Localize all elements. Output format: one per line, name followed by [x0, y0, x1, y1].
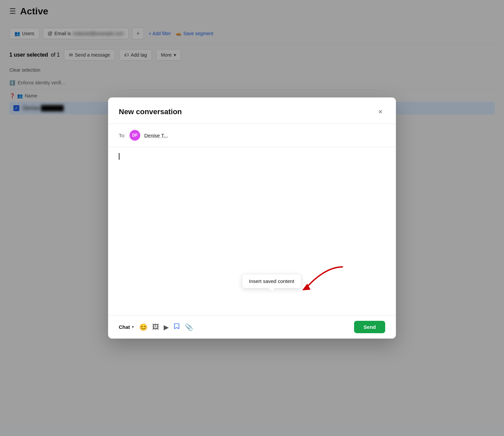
- chat-label: Chat: [119, 324, 130, 330]
- modal-title: New conversation: [119, 107, 182, 116]
- modal-header: New conversation ×: [108, 97, 396, 124]
- bookmark-icon: [173, 323, 180, 331]
- message-body[interactable]: Insert saved content: [108, 147, 396, 315]
- bookmark-button[interactable]: [173, 323, 180, 331]
- video-icon: ▶: [164, 323, 169, 331]
- attachment-icon: 📎: [185, 323, 193, 331]
- insert-saved-content-tooltip: Insert saved content: [242, 274, 301, 288]
- chat-dropdown-button[interactable]: Chat ▾: [119, 324, 134, 330]
- modal-overlay: New conversation × To: DF Denise T... In…: [0, 0, 504, 436]
- send-button[interactable]: Send: [354, 321, 385, 333]
- tooltip-container: Insert saved content: [242, 274, 301, 288]
- arrow-annotation: [296, 264, 349, 295]
- image-button[interactable]: 🖼: [152, 323, 159, 331]
- new-conversation-modal: New conversation × To: DF Denise T... In…: [108, 97, 396, 339]
- toolbar-icons: 😊 🖼 ▶: [139, 323, 193, 331]
- tooltip-text: Insert saved content: [249, 278, 294, 284]
- emoji-icon: 😊: [139, 323, 148, 331]
- modal-footer: Chat ▾ 😊 🖼 ▶: [108, 315, 396, 339]
- image-icon: 🖼: [152, 323, 159, 331]
- footer-left: Chat ▾ 😊 🖼 ▶: [119, 323, 193, 331]
- avatar: DF: [130, 130, 140, 141]
- recipient-name: Denise T...: [144, 133, 168, 138]
- to-label: To:: [119, 133, 125, 138]
- video-button[interactable]: ▶: [164, 323, 169, 331]
- attachment-button[interactable]: 📎: [185, 323, 193, 331]
- to-row: To: DF Denise T...: [108, 124, 396, 147]
- chat-dropdown-arrow-icon: ▾: [132, 325, 134, 329]
- close-button[interactable]: ×: [375, 107, 385, 117]
- text-cursor: [119, 153, 119, 160]
- emoji-button[interactable]: 😊: [139, 323, 148, 331]
